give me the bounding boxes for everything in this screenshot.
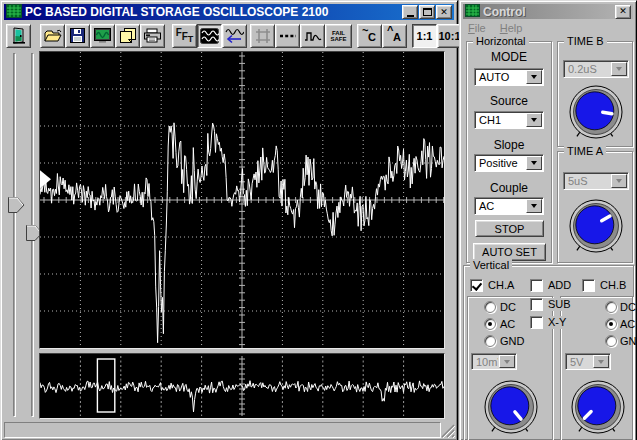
- time-b-group: TIME B 0.2uS: [557, 41, 633, 147]
- cha-ac-radio[interactable]: [484, 318, 496, 330]
- display-mode-button[interactable]: [197, 24, 222, 48]
- stop-button[interactable]: STOP: [475, 220, 544, 237]
- time-a-select[interactable]: 5uS: [563, 172, 629, 190]
- dropdown-arrow-icon: [611, 174, 627, 188]
- slider-thumb-1[interactable]: [8, 197, 25, 213]
- grid-toggle-button[interactable]: [250, 24, 275, 48]
- vertical-group: Vertical CH.A ADD CH.B DC AC GND 10mV: [463, 265, 634, 440]
- main-titlebar[interactable]: PC BASED DIGITAL STORAGE OSCILLOSCOPE 21…: [4, 4, 454, 20]
- cal-a-glyph: ^ A: [383, 25, 406, 47]
- resize-grip[interactable]: [441, 424, 455, 438]
- fft-button[interactable]: F F T: [172, 24, 197, 48]
- menu-help[interactable]: Help: [500, 22, 523, 34]
- sub-checkbox[interactable]: [530, 298, 543, 311]
- add-checkbox[interactable]: [530, 279, 543, 292]
- dropdown-arrow-icon: [499, 355, 515, 368]
- add-label: ADD: [548, 279, 571, 292]
- time-a-group: TIME A 5uS: [557, 151, 633, 263]
- control-titlebar[interactable]: Control ✕: [463, 4, 633, 19]
- time-b-knob[interactable]: [564, 80, 628, 144]
- minimize-button[interactable]: [402, 5, 418, 19]
- control-menubar: File Help: [463, 20, 633, 36]
- cha-knob[interactable]: [479, 375, 543, 439]
- cal-a-button[interactable]: ^ A: [382, 24, 407, 48]
- slope-select[interactable]: Positive: [474, 154, 544, 172]
- toolbar: F F T FAIL SAFE: [4, 22, 454, 49]
- menu-file[interactable]: File: [468, 22, 486, 34]
- dropdown-arrow-icon: [526, 113, 542, 127]
- open-folder-icon: [44, 29, 62, 43]
- recall-wave-button[interactable]: [222, 24, 247, 48]
- horizontal-group: Horizontal MODE AUTO Source CH1 Slope Po…: [466, 41, 552, 263]
- chb-knob[interactable]: [566, 375, 630, 439]
- copy-button[interactable]: [115, 24, 140, 48]
- window-title: PC BASED DIGITAL STORAGE OSCILLOSCOPE 21…: [25, 5, 401, 19]
- printer-icon: [144, 28, 161, 43]
- sine-back-arrow-icon: [225, 27, 244, 44]
- source-select[interactable]: CH1: [474, 111, 544, 129]
- dual-trace-icon: [200, 28, 219, 44]
- cha-range-select[interactable]: 10mV: [471, 353, 517, 370]
- chb-ac-radio[interactable]: [605, 318, 617, 330]
- couple-select[interactable]: AC: [474, 197, 544, 215]
- time-b-title: TIME B: [564, 35, 607, 47]
- notes-icon: [120, 28, 136, 43]
- control-window: Control ✕ File Help Horizontal MODE AUTO…: [459, 0, 637, 440]
- source-label: Source: [467, 94, 551, 108]
- position-sliders: [4, 51, 39, 419]
- main-window: PC BASED DIGITAL STORAGE OSCILLOSCOPE 21…: [0, 0, 458, 440]
- snapshot-button[interactable]: [90, 24, 115, 48]
- time-a-knob[interactable]: [564, 194, 628, 258]
- overview-display[interactable]: [39, 353, 445, 419]
- cha-gnd-radio[interactable]: [484, 335, 496, 347]
- waveform-screen-icon: [94, 28, 111, 43]
- horizontal-group-title: Horizontal: [473, 35, 529, 47]
- close-button[interactable]: ✕: [436, 5, 452, 19]
- maximize-button[interactable]: [419, 5, 435, 19]
- chb-range-select[interactable]: 5V: [565, 353, 611, 370]
- time-a-title: TIME A: [564, 145, 606, 157]
- chb-dc-radio[interactable]: [605, 301, 617, 313]
- couple-label: Couple: [467, 181, 551, 195]
- mode-checkboxes: SUB X-Y: [528, 298, 564, 338]
- fail-safe-button[interactable]: FAIL SAFE: [325, 24, 352, 48]
- grid-icon: [255, 28, 271, 44]
- cal-c-glyph: ~ C: [358, 25, 381, 47]
- dropdown-arrow-icon: [611, 62, 627, 76]
- cha-checkbox[interactable]: [470, 279, 483, 292]
- cha-gnd-label: GND: [500, 335, 524, 348]
- dropdown-arrow-icon: [526, 70, 542, 84]
- interpolation-button[interactable]: [300, 24, 325, 48]
- xy-checkbox[interactable]: [530, 316, 543, 329]
- exit-button[interactable]: [6, 24, 31, 48]
- mode-label: MODE: [467, 50, 551, 64]
- chb-panel: DC AC GND 5V: [560, 296, 633, 440]
- desktop: PC BASED DIGITAL STORAGE OSCILLOSCOPE 21…: [0, 0, 637, 440]
- chb-checkbox[interactable]: [582, 279, 595, 292]
- dotted-line-button[interactable]: [275, 24, 300, 48]
- cha-dc-label: DC: [500, 301, 516, 314]
- cha-dc-radio[interactable]: [484, 301, 496, 313]
- slope-label: Slope: [467, 138, 551, 152]
- dashes-icon: [279, 34, 296, 38]
- chb-gnd-radio[interactable]: [605, 335, 617, 347]
- dropdown-arrow-icon: [526, 199, 542, 213]
- xy-label: X-Y: [548, 316, 568, 329]
- dropdown-arrow-icon: [526, 156, 542, 170]
- print-button[interactable]: [140, 24, 165, 48]
- probe-1-1-button[interactable]: 1:1: [412, 24, 437, 48]
- control-close-button[interactable]: ✕: [615, 5, 631, 19]
- open-button[interactable]: [40, 24, 65, 48]
- mode-select[interactable]: AUTO: [474, 68, 544, 86]
- save-button[interactable]: [65, 24, 90, 48]
- sub-label: SUB: [548, 298, 573, 311]
- chb-ac-label: AC: [620, 318, 635, 331]
- scope-display[interactable]: [39, 51, 445, 349]
- slider-track-1: [13, 53, 16, 417]
- save-floppy-icon: [70, 28, 85, 43]
- app-icon: [6, 4, 22, 20]
- dropdown-arrow-icon: [593, 355, 609, 368]
- time-b-select[interactable]: 0.2uS: [563, 60, 629, 78]
- cal-c-button[interactable]: ~ C: [357, 24, 382, 48]
- status-bar: [4, 422, 441, 438]
